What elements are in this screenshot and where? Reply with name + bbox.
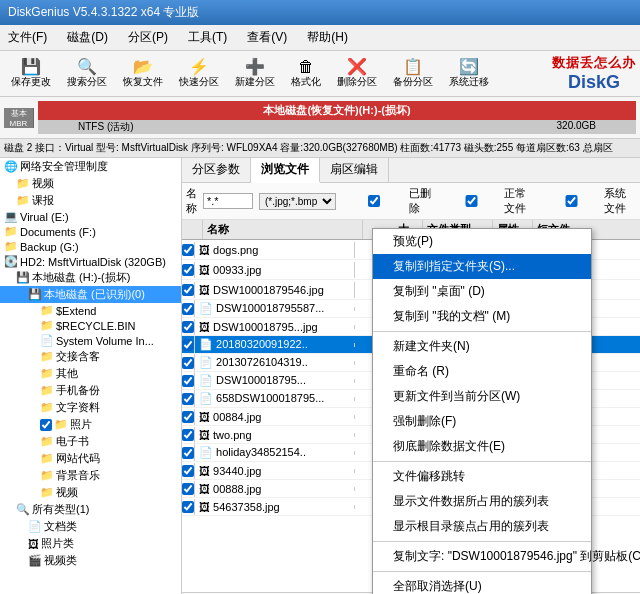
tree-item-label: $Extend xyxy=(56,305,96,317)
tree-item-label: System Volume In... xyxy=(56,335,154,347)
tree-item[interactable]: 💾本地磁盘 (已识别)(0) xyxy=(0,286,181,303)
toolbar-button[interactable]: 🔄系统迁移 xyxy=(442,56,496,92)
tree-item-label: 文字资料 xyxy=(56,400,100,415)
right-panel: 分区参数浏览文件扇区编辑 名称 (*.jpg;*.bmp 已删除 正常文件 系统… xyxy=(182,158,640,594)
tree-item[interactable]: 📁视频 xyxy=(0,484,181,501)
context-menu-item[interactable]: 复制到 "我的文档" (M) xyxy=(373,304,591,329)
col-header-name[interactable]: 名称 xyxy=(202,220,362,239)
tree-item-checkbox[interactable] xyxy=(40,419,52,431)
file-row-checkbox[interactable] xyxy=(182,339,194,351)
title-bar: DiskGenius V5.4.3.1322 x64 专业版 xyxy=(0,0,640,25)
toolbar-button[interactable]: 📂恢复文件 xyxy=(116,56,170,92)
tree-item[interactable]: 📁$Extend xyxy=(0,303,181,318)
menu-item[interactable]: 文件(F) xyxy=(4,27,51,48)
tree-item[interactable]: 💽HD2: MsftVirtualDisk (320GB) xyxy=(0,254,181,269)
tab-扇区编辑[interactable]: 扇区编辑 xyxy=(320,158,389,182)
file-name-cell: 📄 DSW100018795... xyxy=(194,372,354,389)
filter-normal-label: 正常文件 xyxy=(442,186,536,216)
tree-item[interactable]: 🖼照片类 xyxy=(0,535,181,552)
brand-logo: DiskG xyxy=(568,72,620,93)
filter-deleted-check[interactable] xyxy=(342,195,406,207)
menu-item[interactable]: 磁盘(D) xyxy=(63,27,112,48)
filter-name-input[interactable] xyxy=(203,193,253,209)
tree-item-label: 本地磁盘 (已识别)(0) xyxy=(44,287,145,302)
tree-item[interactable]: 🌐网络安全管理制度 xyxy=(0,158,181,175)
context-menu-item[interactable]: 更新文件到当前分区(W) xyxy=(373,384,591,409)
tree-item[interactable]: 📁Backup (G:) xyxy=(0,239,181,254)
context-menu-item[interactable]: 彻底删除数据文件(E) xyxy=(373,434,591,459)
tree-item[interactable]: 📁课报 xyxy=(0,192,181,209)
tab-浏览文件[interactable]: 浏览文件 xyxy=(251,158,320,183)
tree-item[interactable]: 📁背景音乐 xyxy=(0,467,181,484)
file-row-checkbox[interactable] xyxy=(182,244,194,256)
toolbar-button[interactable]: 💾保存更改 xyxy=(4,56,58,92)
file-row-checkbox[interactable] xyxy=(182,303,194,315)
tree-item-label: 网络安全管理制度 xyxy=(20,159,108,174)
file-row-checkbox[interactable] xyxy=(182,411,194,423)
tree-item[interactable]: 📁电子书 xyxy=(0,433,181,450)
context-menu-item[interactable]: 复制到指定文件夹(S)... xyxy=(373,254,591,279)
tab-分区参数[interactable]: 分区参数 xyxy=(182,158,251,182)
tree-item-label: $RECYCLE.BIN xyxy=(56,320,135,332)
file-row-checkbox[interactable] xyxy=(182,357,194,369)
context-menu-item[interactable]: 重命名 (R) xyxy=(373,359,591,384)
file-row-checkbox[interactable] xyxy=(182,375,194,387)
menu-item[interactable]: 查看(V) xyxy=(243,27,291,48)
tree-item[interactable]: 📄文档类 xyxy=(0,518,181,535)
tree-item[interactable]: 📄System Volume In... xyxy=(0,333,181,348)
file-row-checkbox[interactable] xyxy=(182,284,194,296)
file-row-checkbox[interactable] xyxy=(182,447,194,459)
toolbar-button[interactable]: 📋备份分区 xyxy=(386,56,440,92)
file-row-checkbox[interactable] xyxy=(182,393,194,405)
filter-type-select[interactable]: (*.jpg;*.bmp xyxy=(259,193,336,210)
file-name-cell: 📄 holiday34852154.. xyxy=(194,444,354,461)
context-menu-item[interactable]: 显示文件数据所占用的簇列表 xyxy=(373,489,591,514)
toolbar-button[interactable]: ❌删除分区 xyxy=(330,56,384,92)
file-row-checkbox[interactable] xyxy=(182,321,194,333)
toolbar-button[interactable]: ⚡快速分区 xyxy=(172,56,226,92)
tree-item-icon: 📁 xyxy=(40,469,54,482)
context-menu-item[interactable]: 新建文件夹(N) xyxy=(373,334,591,359)
toolbar-button[interactable]: 🔍搜索分区 xyxy=(60,56,114,92)
menu-item[interactable]: 工具(T) xyxy=(184,27,231,48)
file-row-checkbox[interactable] xyxy=(182,429,194,441)
file-row-checkbox[interactable] xyxy=(182,465,194,477)
context-menu-item[interactable]: 文件偏移跳转 xyxy=(373,464,591,489)
toolbar-button[interactable]: 🗑格式化 xyxy=(284,56,328,92)
tree-item[interactable]: 📁文字资料 xyxy=(0,399,181,416)
tree-item[interactable]: 📁Documents (F:) xyxy=(0,224,181,239)
tree-item[interactable]: 📁手机备份 xyxy=(0,382,181,399)
menu-item[interactable]: 帮助(H) xyxy=(303,27,352,48)
tree-item[interactable]: 📁视频 xyxy=(0,175,181,192)
tree-item[interactable]: 🔍所有类型(1) xyxy=(0,501,181,518)
context-menu-item[interactable]: 复制文字: "DSW10001879546.jpg" 到剪贴板(C) xyxy=(373,544,591,569)
file-row-checkbox[interactable] xyxy=(182,483,194,495)
tree-item-icon: 📁 xyxy=(16,194,30,207)
file-row-checkbox[interactable] xyxy=(182,501,194,513)
file-row-checkbox[interactable] xyxy=(182,264,194,276)
tabs-bar: 分区参数浏览文件扇区编辑 xyxy=(182,158,640,183)
context-menu-item[interactable]: 复制到 "桌面" (D) xyxy=(373,279,591,304)
filter-system-check[interactable] xyxy=(542,195,601,207)
context-menu-item[interactable]: 全部取消选择(U) xyxy=(373,574,591,594)
menu-item[interactable]: 分区(P) xyxy=(124,27,172,48)
tree-item[interactable]: 📁其他 xyxy=(0,365,181,382)
toolbar-button[interactable]: ➕新建分区 xyxy=(228,56,282,92)
tree-item[interactable]: 🎬视频类 xyxy=(0,552,181,569)
tree-item[interactable]: 💾本地磁盘 (H:)-(损坏) xyxy=(0,269,181,286)
tree-item[interactable]: 💻Virual (E:) xyxy=(0,209,181,224)
filter-normal-check[interactable] xyxy=(442,195,501,207)
tree-item[interactable]: 📁$RECYCLE.BIN xyxy=(0,318,181,333)
context-menu-item[interactable]: 预览(P) xyxy=(373,229,591,254)
tree-item[interactable]: 📁照片 xyxy=(0,416,181,433)
tree-item-label: 交接含客 xyxy=(56,349,100,364)
tree-item[interactable]: 📁交接含客 xyxy=(0,348,181,365)
context-menu-item[interactable]: 强制删除(F) xyxy=(373,409,591,434)
context-menu-item[interactable]: 显示根目录簇点占用的簇列表 xyxy=(373,514,591,539)
tree-item-icon: 💾 xyxy=(16,271,30,284)
tree-item-icon: 📁 xyxy=(40,384,54,397)
tree-item-label: HD2: MsftVirtualDisk (320GB) xyxy=(20,256,166,268)
tree-item[interactable]: 📁网站代码 xyxy=(0,450,181,467)
tree-item-label: 本地磁盘 (H:)-(损坏) xyxy=(32,270,130,285)
left-panel[interactable]: 🌐网络安全管理制度📁视频📁课报💻Virual (E:)📁Documents (F… xyxy=(0,158,182,594)
